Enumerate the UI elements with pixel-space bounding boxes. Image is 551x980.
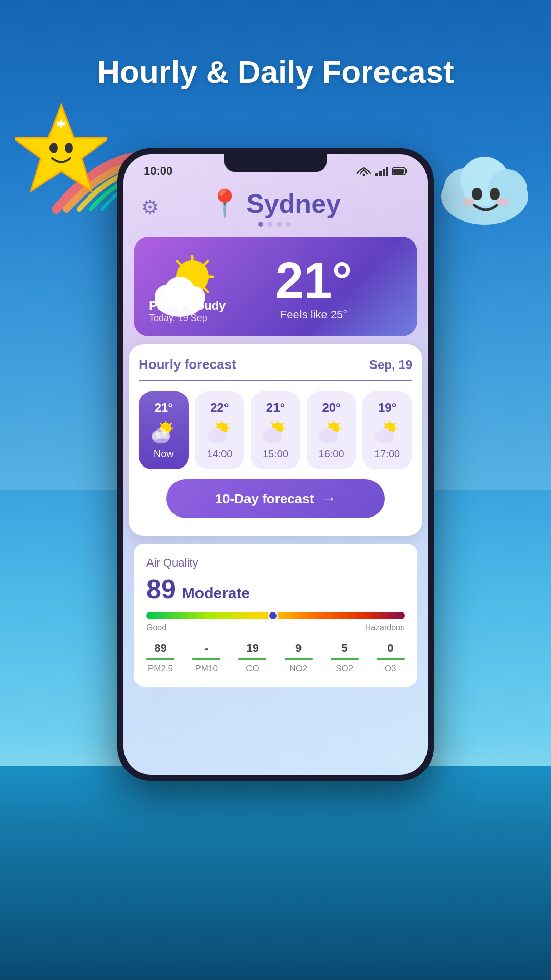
co-bar — [238, 658, 266, 660]
air-quality-value-row: 89 Moderate — [146, 574, 405, 604]
ocean-background — [0, 766, 551, 980]
air-quality-bar — [146, 612, 405, 619]
hourly-temp-15: 21° — [266, 401, 285, 415]
forecast-header: Hourly forecast Sep, 19 — [139, 357, 412, 381]
hourly-icon-17 — [373, 420, 402, 443]
hourly-temp-now: 21° — [155, 401, 173, 415]
so2-value: 5 — [341, 642, 347, 655]
air-quality-title: Air Quality — [146, 556, 405, 570]
pollutant-o3: 0 O3 — [377, 642, 405, 674]
arrow-icon: → — [321, 491, 336, 507]
pm10-name: PM10 — [195, 664, 217, 674]
pm10-bar — [192, 658, 220, 660]
svg-point-13 — [496, 198, 509, 206]
date-text: Today, 19 Sep — [149, 313, 226, 324]
feels-like: Feels like 25° — [226, 308, 402, 322]
svg-rect-15 — [375, 173, 378, 176]
hourly-icon-16 — [317, 420, 345, 443]
so2-bar — [331, 658, 359, 660]
pollutant-pm25: 89 PM2.5 — [146, 642, 174, 674]
hourly-item-now: 21° Now — [139, 391, 189, 469]
ten-day-label: 10-Day forecast — [215, 491, 314, 507]
no2-name: NO2 — [290, 664, 308, 674]
pollutant-so2: 5 SO2 — [331, 642, 359, 674]
forecast-title: Hourly forecast — [139, 357, 236, 373]
svg-line-34 — [170, 423, 171, 425]
hourly-temp-17: 19° — [378, 401, 396, 415]
dot-1 — [258, 222, 263, 227]
svg-point-10 — [472, 188, 482, 200]
svg-rect-20 — [405, 169, 407, 173]
pm25-bar — [146, 658, 174, 660]
phone-screen: 10:00 — [123, 154, 428, 775]
hourly-time-14: 14:00 — [207, 448, 232, 460]
wifi-icon — [356, 166, 371, 176]
status-icons — [356, 166, 407, 176]
page-dots — [258, 222, 291, 227]
pollutant-pm10: - PM10 — [192, 642, 220, 674]
svg-line-52 — [282, 423, 283, 425]
aq-label-hazardous: Hazardous — [365, 623, 405, 632]
svg-line-70 — [394, 423, 395, 425]
temperature-display: 21° — [226, 255, 402, 306]
hourly-icon-15 — [261, 420, 289, 443]
svg-point-76 — [386, 431, 394, 439]
svg-line-45 — [216, 423, 218, 425]
svg-rect-18 — [386, 167, 388, 176]
svg-line-24 — [204, 261, 208, 265]
hourly-temp-16: 20° — [322, 401, 340, 415]
hourly-time-16: 16:00 — [319, 448, 344, 460]
phone-frame: 10:00 — [117, 148, 434, 781]
hourly-item-16: 20° 16: — [307, 391, 357, 469]
svg-point-12 — [462, 198, 474, 206]
location-icon: 📍 — [208, 188, 241, 219]
svg-point-49 — [218, 431, 227, 439]
city-text: Sydney — [246, 188, 341, 219]
condition-text: Partly cloudy — [149, 299, 226, 313]
svg-point-1 — [49, 143, 58, 153]
weather-card: 21° Feels like 25° Partly cloudy Today, … — [134, 237, 417, 336]
hourly-time-now: Now — [154, 448, 174, 460]
battery-icon — [392, 166, 407, 176]
svg-line-26 — [204, 288, 208, 292]
pm25-value: 89 — [154, 642, 166, 655]
so2-name: SO2 — [336, 664, 353, 674]
star-character — [15, 100, 107, 202]
page-title: Hourly & Daily Forecast — [0, 54, 551, 90]
o3-value: 0 — [387, 642, 393, 655]
o3-name: O3 — [385, 664, 396, 674]
dot-3 — [277, 222, 282, 227]
hourly-item-14: 22° 14: — [195, 391, 245, 469]
pollutant-no2: 9 NO2 — [285, 642, 313, 674]
hourly-time-15: 15:00 — [263, 448, 288, 460]
no2-value: 9 — [295, 642, 302, 655]
aq-label-good: Good — [146, 623, 166, 632]
cloud-character — [434, 148, 536, 230]
o3-bar — [377, 658, 405, 660]
signal-icon — [375, 166, 388, 176]
svg-line-43 — [226, 423, 228, 425]
co-name: CO — [246, 664, 259, 674]
hourly-temp-14: 22° — [210, 401, 229, 415]
weather-info: 21° Feels like 25° — [226, 255, 402, 322]
hourly-icon-now — [149, 420, 178, 443]
no2-bar — [285, 658, 313, 660]
svg-point-58 — [274, 431, 282, 439]
svg-line-54 — [272, 423, 273, 425]
air-quality-indicator — [268, 610, 278, 621]
forecast-date: Sep, 19 — [369, 358, 412, 372]
svg-point-40 — [162, 431, 170, 439]
dot-4 — [286, 222, 291, 227]
ten-day-button[interactable]: 10-Day forecast → — [166, 479, 385, 518]
dot-2 — [267, 222, 272, 227]
phone-notch — [224, 154, 327, 172]
hourly-icon-14 — [206, 420, 234, 443]
svg-line-72 — [384, 423, 386, 425]
settings-icon[interactable]: ⚙ — [141, 196, 159, 218]
svg-line-61 — [338, 423, 339, 425]
air-quality-card: Air Quality 89 Moderate Good Hazardous 8… — [134, 544, 417, 687]
svg-rect-17 — [383, 169, 385, 176]
city-display: 📍 Sydney — [208, 188, 341, 227]
svg-point-11 — [490, 188, 500, 200]
svg-point-2 — [65, 143, 73, 153]
